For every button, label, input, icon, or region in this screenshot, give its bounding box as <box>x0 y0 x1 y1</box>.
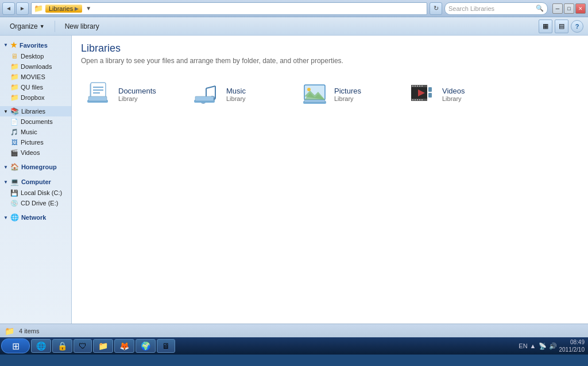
tray-network-icon: 📡 <box>539 342 547 350</box>
network-label: Network <box>21 214 46 221</box>
main-layout: ▼ ★ Favorites 🖥 Desktop 📁 Downloads 📁 MO… <box>0 36 588 324</box>
search-icon[interactable]: 🔍 <box>536 5 544 12</box>
search-box[interactable]: Search Libraries 🔍 <box>444 2 548 15</box>
sidebar-item-downloads[interactable]: 📁 Downloads <box>0 61 71 72</box>
tray-time-display: 08:49 <box>559 338 585 346</box>
cddrive-label: CD Drive (E:) <box>21 200 58 207</box>
tray-volume-icon[interactable]: 🔊 <box>549 342 557 350</box>
downloads-label: Downloads <box>21 63 52 70</box>
back-button[interactable]: ◄ <box>2 2 15 15</box>
taskbar-item-firefox[interactable]: 🦊 <box>114 339 134 353</box>
taskbar-item-explorer[interactable]: 📁 <box>93 339 113 353</box>
taskbar-item-av[interactable]: 🛡 <box>74 339 92 353</box>
sidebar-item-lib-pictures[interactable]: 🖼 Pictures <box>0 137 71 147</box>
documents-name: Documents <box>118 87 156 95</box>
library-item-videos[interactable]: Videos Library <box>405 76 508 112</box>
qufiles-icon: 📁 <box>10 83 18 91</box>
content-area: Libraries Open a library to see your fil… <box>72 36 588 324</box>
tray-clock: 08:49 2011/2/10 <box>559 338 585 353</box>
norton-icon: 🔒 <box>57 341 67 351</box>
close-button[interactable]: ✕ <box>575 3 586 14</box>
view-icon: ▦ <box>543 22 548 30</box>
network-section[interactable]: ▼ 🌐 Network <box>0 212 71 223</box>
sidebar-item-localdisk[interactable]: 💾 Local Disk (C:) <box>0 188 71 198</box>
library-item-pictures[interactable]: Pictures Library <box>297 76 400 112</box>
svg-rect-24 <box>428 87 432 92</box>
address-bar[interactable]: 📁 Libraries ▶ ▼ <box>31 2 427 15</box>
libraries-section-icon: 📚 <box>10 107 19 115</box>
svg-rect-14 <box>195 96 214 101</box>
sidebar-item-movies[interactable]: 📁 MOVIES <box>0 72 71 82</box>
favorites-label: Favorites <box>20 42 48 49</box>
computer-icon: 💻 <box>10 178 19 186</box>
status-count: 4 items <box>19 328 39 334</box>
svg-rect-27 <box>415 85 416 87</box>
sidebar-item-dropbox[interactable]: 📁 Dropbox <box>0 92 71 103</box>
svg-rect-32 <box>415 99 416 100</box>
lib-videos-icon: 🎬 <box>10 149 18 157</box>
library-item-music[interactable]: Music Library <box>189 76 292 112</box>
homegroup-icon: 🏠 <box>10 163 19 171</box>
start-orb-icon: ⊞ <box>12 341 20 352</box>
svg-rect-28 <box>417 85 418 87</box>
organize-button[interactable]: Organize ▼ <box>5 20 50 33</box>
cddrive-icon: 💿 <box>10 199 18 207</box>
localdisk-icon: 💾 <box>10 189 18 197</box>
taskbar-item-app[interactable]: 🖥 <box>157 339 175 353</box>
start-button[interactable]: ⊞ <box>1 338 30 353</box>
new-library-label: New library <box>65 22 99 30</box>
sidebar-item-desktop[interactable]: 🖥 Desktop <box>0 51 71 61</box>
movies-label: MOVIES <box>21 73 45 80</box>
taskbar: ⊞ 🌐 🔒 🛡 📁 🦊 🌍 🖥 EN ▲ 📡 🔊 08:49 2011/2/10 <box>0 337 588 355</box>
lib-music-icon: 🎵 <box>10 128 18 136</box>
refresh-button[interactable]: ↻ <box>430 2 442 15</box>
network-triangle: ▼ <box>3 215 8 220</box>
favorites-section[interactable]: ▼ ★ Favorites <box>0 39 71 51</box>
sidebar-item-lib-music[interactable]: 🎵 Music <box>0 127 71 137</box>
sidebar-item-lib-videos[interactable]: 🎬 Videos <box>0 147 71 158</box>
address-arrow: ▶ <box>75 6 79 11</box>
documents-type: Library <box>118 95 156 102</box>
minimize-button[interactable]: ─ <box>552 3 563 14</box>
window-controls: ─ □ ✕ <box>552 3 586 14</box>
libraries-section[interactable]: ▼ 📚 Libraries <box>0 106 71 116</box>
taskbar-item-net[interactable]: 🌍 <box>136 339 156 353</box>
svg-rect-34 <box>419 99 420 100</box>
address-dropdown-arrow[interactable]: ▼ <box>86 5 91 11</box>
sidebar-item-cddrive[interactable]: 💿 CD Drive (E:) <box>0 198 71 208</box>
lib-documents-icon: 📄 <box>10 118 18 126</box>
desktop-label: Desktop <box>21 53 44 60</box>
videos-type: Library <box>442 95 465 102</box>
favorites-star-icon: ★ <box>10 41 17 49</box>
svg-line-12 <box>206 86 215 88</box>
help-button[interactable]: ? <box>571 20 583 33</box>
taskbar-item-norton[interactable]: 🔒 <box>52 339 72 353</box>
view-options-button[interactable]: ▦ <box>539 20 552 33</box>
svg-rect-19 <box>304 100 325 102</box>
layout-button[interactable]: ▤ <box>555 20 568 33</box>
downloads-icon: 📁 <box>10 63 18 71</box>
homegroup-section[interactable]: ▼ 🏠 Homegroup <box>0 161 71 173</box>
library-item-documents[interactable]: Documents Library <box>81 76 184 112</box>
layout-icon: ▤ <box>559 22 564 30</box>
movies-icon: 📁 <box>10 73 18 81</box>
forward-button[interactable]: ► <box>16 2 29 15</box>
svg-rect-25 <box>428 93 432 98</box>
tray-up-arrow[interactable]: ▲ <box>530 342 536 349</box>
lib-pictures-label: Pictures <box>21 139 44 146</box>
music-library-icon <box>193 80 220 108</box>
music-library-info: Music Library <box>226 87 246 102</box>
computer-section[interactable]: ▼ 💻 Computer <box>0 176 71 188</box>
sidebar-item-qufiles[interactable]: 📁 QU files <box>0 82 71 92</box>
videos-library-info: Videos Library <box>442 87 465 102</box>
address-folder[interactable]: Libraries ▶ <box>45 5 82 13</box>
svg-rect-6 <box>88 96 107 101</box>
maximize-button[interactable]: □ <box>564 3 574 14</box>
svg-rect-29 <box>419 85 420 87</box>
taskbar-item-ie[interactable]: 🌐 <box>31 339 51 353</box>
sidebar-item-lib-documents[interactable]: 📄 Documents <box>0 116 71 127</box>
svg-rect-30 <box>421 85 423 87</box>
network-icon: 🌐 <box>10 213 19 221</box>
new-library-button[interactable]: New library <box>60 20 105 33</box>
nav-buttons: ◄ ► <box>2 2 29 15</box>
